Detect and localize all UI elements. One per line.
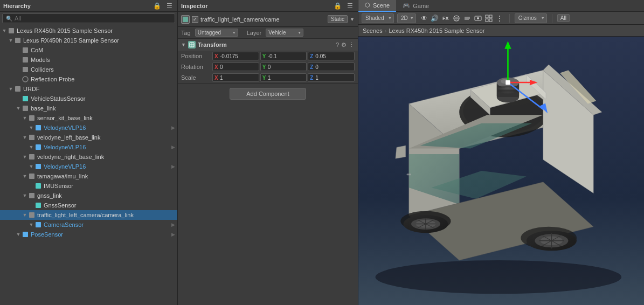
tree-item-vehicle-status[interactable]: ▶ VehicleStatusSensor (0, 94, 177, 103)
object-icon (8, 27, 15, 34)
all-badge[interactable]: All (557, 14, 570, 22)
position-y-field[interactable]: Y -0.1 (260, 52, 307, 60)
rotation-x-field[interactable]: X 0 (212, 63, 259, 71)
add-component-button[interactable]: Add Component (230, 88, 306, 100)
skybox-icon[interactable] (452, 13, 461, 23)
expand-arrow-base[interactable]: ▼ (15, 106, 22, 111)
transform-expand-icon[interactable]: ▼ (181, 42, 186, 47)
expand-arrow-v1[interactable]: ▼ (28, 125, 34, 130)
rotation-z-value: 0 (315, 64, 352, 70)
object-enabled-checkbox[interactable] (192, 16, 198, 23)
scale-x-field[interactable]: X 1 (212, 73, 259, 82)
search-bar[interactable]: 🔍 (2, 13, 175, 23)
tree-item-vel-right[interactable]: ▼ velodyne_right_base_link (0, 152, 177, 162)
tree-item-traffic-cam[interactable]: ▼ traffic_light_left_camera/camera_link (0, 210, 177, 220)
transform-settings-icon[interactable]: ⚙ (341, 41, 347, 48)
tree-item-base-link[interactable]: ▼ base_link (0, 103, 177, 113)
tab-scene[interactable]: ⬡ Scene (358, 0, 396, 12)
tree-item-vel-left[interactable]: ▼ velodyne_left_base_link (0, 133, 177, 142)
expand-arrow-lexus-root[interactable]: ▼ (1, 28, 8, 33)
tree-item-velodyne3[interactable]: ▼ VelodyneVLP16 ▶ (0, 162, 177, 171)
object-header: traffic_light_left_camera/came Static ▼ (178, 12, 358, 27)
object-icon-tc (28, 211, 36, 219)
expand-arrow-vr[interactable]: ▼ (22, 154, 28, 160)
expand-arrow-ps[interactable]: ▼ (15, 232, 22, 237)
tree-label-models: Models (31, 57, 50, 63)
inspector-title: Inspector (181, 3, 208, 9)
y-label: Y (262, 53, 267, 59)
more-icon[interactable]: ⋮ (495, 13, 504, 23)
svg-rect-13 (29, 154, 34, 160)
expand-arrow-gnss[interactable]: ▼ (22, 193, 28, 198)
transform-menu-icon[interactable]: ⋮ (349, 41, 355, 48)
svg-rect-22 (183, 17, 188, 22)
tree-item-com[interactable]: ▶ CoM (0, 45, 177, 55)
object-name: traffic_light_left_camera/came (200, 16, 326, 23)
transform-help-icon[interactable]: ? (336, 41, 339, 48)
transform-header[interactable]: ▼ Transform ? ⚙ ⋮ (178, 39, 358, 51)
tree-item-gnss[interactable]: ▼ gnss_link (0, 191, 177, 200)
tree-item-imu[interactable]: ▶ IMUSensor (0, 181, 177, 191)
expand-arrow-urdf[interactable]: ▼ (8, 86, 14, 92)
tree-item-lexus-root[interactable]: ▼ Lexus RX450h 2015 Sample Sensor (0, 26, 177, 36)
expand-arrow-cs[interactable]: ▼ (28, 222, 34, 227)
fog-icon[interactable] (462, 13, 472, 23)
breadcrumb-scenes[interactable]: Scenes (363, 27, 383, 34)
expand-arrow-v2[interactable]: ▼ (28, 144, 34, 150)
search-input[interactable] (15, 15, 171, 22)
menu-icon[interactable]: ☰ (165, 2, 174, 10)
inspector-lock-icon[interactable]: 🔒 (332, 2, 343, 10)
rotation-z-field[interactable]: Z 0 (308, 63, 355, 71)
tree-item-colliders[interactable]: ▶ Colliders (0, 65, 177, 74)
object-icon-models (22, 56, 29, 64)
lock-icon[interactable]: 🔒 (151, 2, 163, 10)
scale-y-field[interactable]: Y 1 (260, 73, 307, 82)
position-x-field[interactable]: X -0.0175 (212, 52, 259, 60)
tree-item-reflection-probe[interactable]: ▶ Reflection Probe (0, 74, 177, 84)
tree-item-models[interactable]: ▶ Models (0, 55, 177, 65)
expand-arrow-vl[interactable]: ▼ (22, 135, 28, 140)
tab-game[interactable]: 🎮 Game (396, 0, 435, 12)
layer-select[interactable]: Vehicle (266, 29, 303, 37)
tree-item-velodyne1[interactable]: ▼ VelodyneVLP16 ▶ (0, 123, 177, 133)
projection-dropdown[interactable]: 2D (397, 13, 416, 23)
expand-arrow-v3[interactable]: ▼ (28, 164, 34, 169)
tag-select[interactable]: Untagged (195, 29, 238, 37)
grid-icon[interactable] (484, 13, 494, 23)
tree-item-urdf[interactable]: ▼ URDF (0, 84, 177, 94)
scale-z-field[interactable]: Z 1 (308, 73, 355, 82)
expand-arrow-sk[interactable]: ▼ (22, 115, 28, 121)
tree-item-sensor-kit[interactable]: ▼ sensor_kit_base_link (0, 113, 177, 123)
tree-item-tamagawa[interactable]: ▼ tamagawa/imu_link (0, 171, 177, 181)
breadcrumb: Scenes › Lexus RX450h 2015 Sample Sensor (358, 25, 644, 37)
tree-item-camera-sensor[interactable]: ▼ CameraSensor ▶ (0, 220, 177, 230)
svg-rect-35 (489, 19, 492, 22)
expand-arrow-tc[interactable]: ▼ (22, 212, 28, 218)
shading-dropdown[interactable]: Shaded (362, 13, 394, 23)
svg-rect-33 (489, 15, 492, 18)
object-icon-colliders (22, 66, 29, 73)
rotation-row: Rotation X 0 Y 0 Z 0 (178, 61, 358, 72)
tree-label-colliders: Colliders (31, 66, 54, 73)
tree-item-lexus-child[interactable]: ▼ Lexus RX450h 2015 Sample Sensor (0, 36, 177, 45)
scene-viewport[interactable] (358, 37, 644, 305)
tree-item-gnss-sensor[interactable]: ▶ GnssSensor (0, 200, 177, 210)
audio-icon[interactable]: 🔊 (430, 13, 440, 23)
tree-item-pose-sensor[interactable]: ▼ PoseSensor ▶ (0, 230, 177, 239)
eye-icon[interactable]: 👁 (419, 13, 429, 23)
expand-arrow-lexus-child[interactable]: ▼ (8, 38, 14, 43)
animator-icon[interactable] (473, 13, 483, 23)
gizmos-dropdown[interactable]: Gizmos (515, 13, 547, 23)
transform-icon (188, 41, 196, 48)
svg-rect-11 (29, 135, 34, 140)
inspector-menu-icon[interactable]: ☰ (345, 2, 355, 10)
position-z-field[interactable]: Z 0.05 (308, 52, 355, 60)
expand-arrow-tama[interactable]: ▼ (22, 174, 28, 179)
svg-rect-12 (36, 144, 41, 150)
rotation-y-field[interactable]: Y 0 (260, 63, 307, 71)
object-icon-tama (28, 172, 36, 180)
static-dropdown-arrow[interactable]: ▼ (350, 17, 355, 22)
fx-icon[interactable]: FX (441, 13, 451, 23)
tree-item-velodyne2[interactable]: ▼ VelodyneVLP16 ▶ (0, 142, 177, 152)
arrow-right-v3: ▶ (171, 164, 175, 169)
